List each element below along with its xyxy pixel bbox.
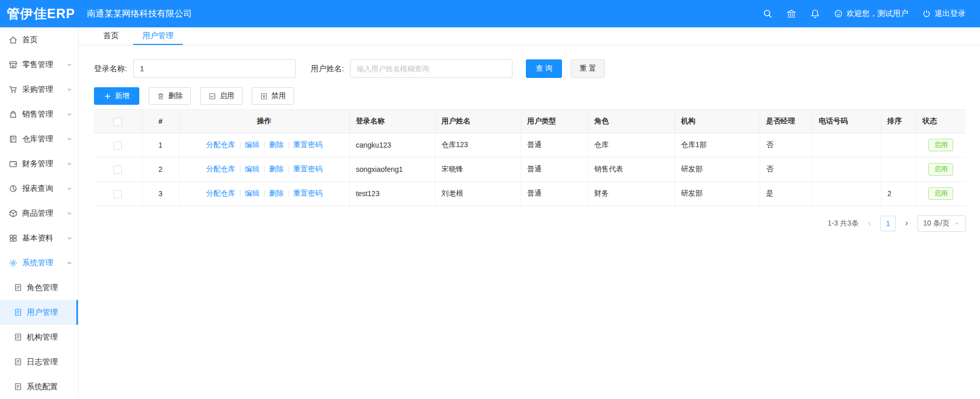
- logout-icon: [922, 9, 931, 18]
- reset-button[interactable]: 重 置: [571, 59, 605, 78]
- chevron-right-icon[interactable]: [903, 220, 910, 227]
- edit-link[interactable]: 编辑: [245, 140, 260, 149]
- search-icon[interactable]: [763, 9, 773, 19]
- header-user-type: 用户类型: [521, 110, 588, 133]
- chevron-up-icon: [66, 260, 73, 266]
- cell-organization: 研发部: [674, 182, 760, 206]
- cell-sort: 2: [881, 182, 916, 206]
- chevron-down-icon: [954, 220, 960, 227]
- header-phone: 电话号码: [812, 110, 881, 133]
- sidebar-item-finance[interactable]: 财务管理: [0, 151, 78, 176]
- delete-link[interactable]: 删除: [269, 189, 284, 197]
- cell-login-name: songxiaofeng1: [349, 157, 435, 182]
- delete-link[interactable]: 删除: [269, 165, 284, 173]
- add-button[interactable]: 新增: [94, 87, 139, 105]
- cell-role: 仓库: [588, 133, 674, 157]
- chevron-down-icon: [66, 210, 73, 217]
- search-button[interactable]: 查 询: [526, 59, 562, 78]
- plus-icon: [104, 92, 111, 100]
- header-index: #: [142, 110, 179, 133]
- user-menu[interactable]: 欢迎您，测试用户: [834, 9, 908, 19]
- logout-button[interactable]: 退出登录: [922, 9, 966, 19]
- cell-checkbox: [94, 133, 142, 157]
- purchase-cart-icon: [9, 85, 18, 94]
- row-checkbox[interactable]: [114, 190, 122, 198]
- cell-is-manager: 是: [760, 182, 812, 206]
- sidebar-item-label: 采购管理: [22, 85, 66, 94]
- edit-link[interactable]: 编辑: [245, 189, 260, 197]
- table-row: 1 分配仓库编辑删除重置密码 cangku123 仓库123 普通 仓库 仓库1…: [94, 133, 966, 157]
- edit-link[interactable]: 编辑: [245, 165, 260, 173]
- chevron-down-icon: [66, 61, 73, 68]
- chevron-left-icon[interactable]: [866, 220, 873, 227]
- row-checkbox[interactable]: [114, 166, 122, 174]
- app-logo[interactable]: 管伊佳ERP: [0, 5, 78, 22]
- chevron-down-icon: [66, 185, 73, 192]
- header-is-manager: 是否经理: [760, 110, 812, 133]
- sidebar-item-home[interactable]: 首页: [0, 27, 78, 52]
- select-all-checkbox[interactable]: [114, 118, 122, 126]
- disable-button-label: 禁用: [271, 91, 286, 101]
- sidebar-item-role-management[interactable]: 角色管理: [0, 275, 78, 300]
- content: 登录名称: 用户姓名: 查 询 重 置 新增 删除: [78, 45, 980, 232]
- assign-warehouse-link[interactable]: 分配仓库: [206, 189, 235, 197]
- sidebar-item-user-management[interactable]: 用户管理: [0, 300, 78, 325]
- page-number-button[interactable]: 1: [880, 216, 896, 231]
- reset-password-link[interactable]: 重置密码: [294, 165, 323, 173]
- document-icon: [14, 382, 22, 391]
- sidebar-item-reports[interactable]: 报表查询: [0, 176, 78, 201]
- divider: [240, 141, 240, 148]
- sidebar-item-sales[interactable]: 销售管理: [0, 102, 78, 126]
- sidebar-item-basic-data[interactable]: 基本资料: [0, 226, 78, 250]
- sidebar-item-label: 商品管理: [22, 209, 66, 218]
- divider: [288, 190, 289, 197]
- page-size-select[interactable]: 10 条/页: [918, 215, 966, 232]
- cell-user-name: 仓库123: [435, 133, 521, 157]
- cell-index: 1: [142, 133, 179, 157]
- assign-warehouse-link[interactable]: 分配仓库: [206, 165, 235, 173]
- user-name-label: 用户姓名:: [311, 64, 344, 74]
- sidebar-item-system[interactable]: 系统管理: [0, 250, 78, 275]
- delete-button[interactable]: 删除: [149, 87, 191, 105]
- sidebar-item-system-config[interactable]: 系统配置: [0, 374, 78, 399]
- cell-is-manager: 否: [760, 133, 812, 157]
- sidebar-item-purchase[interactable]: 采购管理: [0, 77, 78, 102]
- home-shortcut-icon[interactable]: [786, 9, 796, 19]
- sidebar-item-log-management[interactable]: 日志管理: [0, 349, 78, 374]
- divider: [288, 141, 289, 148]
- tab-home[interactable]: 首页: [94, 27, 128, 45]
- sidebar-item-org-management[interactable]: 机构管理: [0, 325, 78, 349]
- reset-password-link[interactable]: 重置密码: [294, 140, 323, 149]
- cell-phone: [812, 182, 881, 206]
- assign-warehouse-link[interactable]: 分配仓库: [206, 140, 235, 149]
- login-name-input[interactable]: [133, 59, 296, 78]
- document-icon: [14, 333, 22, 341]
- sidebar-item-label: 用户管理: [27, 308, 58, 317]
- cell-organization: 仓库1部: [674, 133, 760, 157]
- header-role: 角色: [588, 110, 674, 133]
- divider: [264, 190, 265, 197]
- divider: [264, 141, 265, 148]
- reset-password-link[interactable]: 重置密码: [294, 189, 323, 197]
- chevron-down-icon: [66, 161, 73, 167]
- user-avatar-icon: [834, 9, 843, 18]
- tab-user-management[interactable]: 用户管理: [133, 27, 183, 45]
- report-pie-icon: [9, 184, 18, 193]
- row-checkbox[interactable]: [114, 141, 122, 150]
- user-name-input[interactable]: [350, 59, 512, 78]
- cell-user-type: 普通: [521, 157, 588, 182]
- sidebar-item-retail[interactable]: 零售管理: [0, 52, 78, 77]
- enable-button[interactable]: 启用: [200, 87, 243, 105]
- sidebar-item-products[interactable]: 商品管理: [0, 201, 78, 226]
- disable-button[interactable]: 禁用: [252, 87, 294, 105]
- divider: [264, 166, 265, 172]
- delete-link[interactable]: 删除: [269, 140, 284, 149]
- document-icon: [14, 308, 22, 316]
- sidebar-item-label: 仓库管理: [22, 134, 66, 144]
- sidebar-item-warehouse[interactable]: 仓库管理: [0, 126, 78, 151]
- check-square-icon: [208, 92, 216, 100]
- header-login-name: 登录名称: [349, 110, 435, 133]
- notifications-bell-icon[interactable]: [810, 9, 820, 19]
- cell-status: 启用: [916, 182, 966, 206]
- status-badge: 启用: [928, 163, 953, 176]
